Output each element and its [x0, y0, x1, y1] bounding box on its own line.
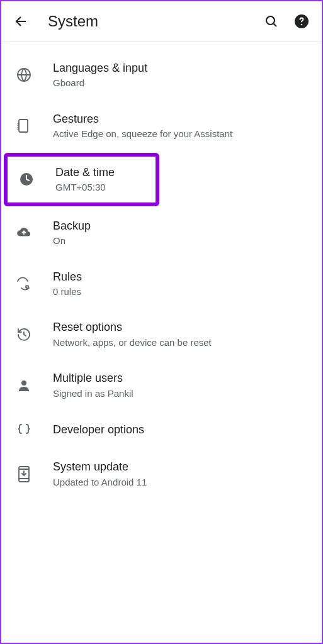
rules-icon [16, 276, 31, 291]
row-subtitle: 0 rules [53, 286, 82, 298]
gestures-icon [16, 118, 31, 133]
row-title: Developer options [53, 423, 144, 437]
row-multiple-users[interactable]: Multiple users Signed in as Pankil [1, 360, 322, 411]
row-title: System update [53, 460, 147, 474]
row-rules[interactable]: Rules 0 rules [1, 258, 322, 309]
row-texts: Languages & input Gboard [53, 61, 147, 89]
row-subtitle: On [53, 235, 91, 247]
row-title: Gestures [53, 112, 232, 126]
svg-point-7 [21, 380, 26, 386]
globe-icon [16, 67, 31, 82]
row-languages-input[interactable]: Languages & input Gboard [1, 50, 322, 101]
help-button[interactable] [294, 14, 309, 29]
row-backup[interactable]: Backup On [1, 208, 322, 258]
row-title: Backup [53, 219, 91, 233]
braces-icon [16, 422, 31, 437]
svg-point-2 [301, 24, 303, 26]
svg-rect-4 [19, 119, 28, 132]
row-texts: System update Updated to Android 11 [53, 460, 147, 488]
row-title: Multiple users [53, 371, 133, 386]
settings-list: Languages & input Gboard Gestures Active… [1, 42, 322, 499]
page-title: System [48, 13, 264, 30]
row-texts: Date & time GMT+05:30 [55, 165, 115, 194]
help-icon [294, 13, 309, 30]
row-subtitle: Signed in as Pankil [53, 387, 133, 400]
row-texts: Reset options Network, apps, or device c… [53, 320, 212, 348]
row-subtitle: Updated to Android 11 [53, 476, 147, 489]
header-actions [264, 14, 309, 29]
header: System [1, 1, 322, 42]
row-date-time[interactable]: Date & time GMT+05:30 [4, 153, 159, 206]
row-texts: Backup On [53, 219, 91, 247]
row-title: Date & time [55, 165, 115, 180]
row-subtitle: Gboard [53, 77, 147, 89]
cloud-upload-icon [16, 225, 31, 240]
row-title: Rules [53, 270, 82, 284]
svg-point-0 [266, 16, 275, 25]
search-button[interactable] [264, 14, 279, 29]
row-subtitle: Active Edge on, squeeze for your Assista… [53, 128, 232, 140]
row-reset-options[interactable]: Reset options Network, apps, or device c… [1, 309, 322, 360]
row-texts: Gestures Active Edge on, squeeze for you… [53, 112, 232, 140]
system-update-icon [16, 467, 31, 482]
back-button[interactable] [14, 14, 29, 29]
search-icon [264, 14, 279, 29]
row-subtitle: Network, apps, or device can be reset [53, 336, 212, 349]
row-gestures[interactable]: Gestures Active Edge on, squeeze for you… [1, 101, 322, 152]
reset-icon [16, 327, 31, 342]
arrow-back-icon [14, 14, 29, 29]
row-system-update[interactable]: System update Updated to Android 11 [1, 448, 322, 499]
row-developer-options[interactable]: Developer options [1, 411, 322, 448]
row-texts: Rules 0 rules [53, 270, 82, 298]
clock-icon [19, 172, 34, 187]
row-subtitle: GMT+05:30 [55, 181, 115, 194]
row-title: Languages & input [53, 61, 147, 75]
person-icon [16, 378, 31, 393]
row-texts: Developer options [53, 423, 144, 437]
row-title: Reset options [53, 320, 212, 335]
row-texts: Multiple users Signed in as Pankil [53, 371, 133, 399]
